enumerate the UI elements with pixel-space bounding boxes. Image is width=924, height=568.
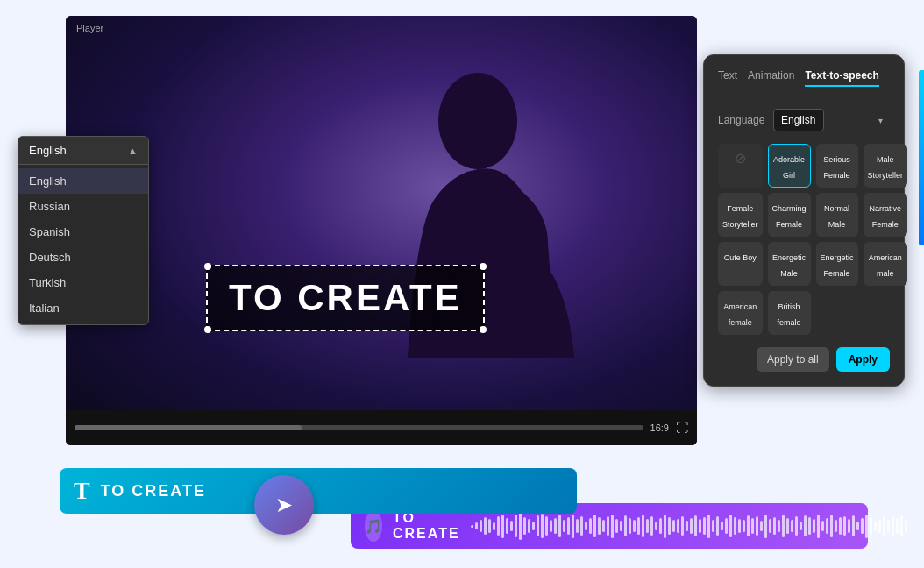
tab-text[interactable]: Text: [718, 69, 737, 87]
text-track-label: TO CREATE: [101, 482, 206, 501]
text-track-icon: T: [74, 477, 90, 505]
tab-tts[interactable]: Text-to-speech: [805, 69, 878, 87]
accent-line-right: [919, 70, 924, 245]
lang-dropdown-header[interactable]: English ▲: [18, 137, 148, 165]
apply-button[interactable]: Apply: [836, 347, 890, 372]
handle-br[interactable]: [480, 326, 487, 333]
handle-tr[interactable]: [480, 263, 487, 270]
voice-name-cute-boy: Cute Boy: [724, 253, 757, 262]
lang-item-turkish[interactable]: Turkish: [18, 270, 148, 295]
tts-tabs: Text Animation Text-to-speech: [718, 69, 890, 96]
timeline-progress: [75, 425, 302, 430]
voice-cell-energetic-female[interactable]: Energetic Female: [816, 242, 858, 286]
voice-name-adorable-girl: Adorable Girl: [773, 155, 805, 180]
text-overlay-box[interactable]: TO CREATE: [206, 265, 485, 331]
voice-name-charming-female: Charming Female: [772, 204, 807, 229]
ratio-button[interactable]: 16:9: [650, 422, 669, 433]
timeline-track[interactable]: [75, 425, 643, 430]
lang-item-italian[interactable]: Italian: [18, 295, 148, 321]
voice-name-male-storyteller: Male Storyteller: [868, 155, 904, 180]
voice-cell-adorable-girl[interactable]: Adorable Girl: [768, 144, 811, 188]
voice-name-american-male: American male: [869, 253, 902, 278]
voice-cell-empty-1: [816, 291, 858, 335]
voice-cell-cute-boy[interactable]: Cute Boy: [718, 242, 763, 286]
video-panel: Player TO CREATE 16:9 ⛶: [66, 16, 697, 445]
lang-item-russian[interactable]: Russian: [18, 194, 148, 219]
tts-panel: Text Animation Text-to-speech Language E…: [703, 54, 905, 387]
voice-cell-normal-male[interactable]: Normal Male: [816, 193, 858, 237]
lang-arrow: ▲: [128, 146, 138, 156]
lang-item-english[interactable]: English: [18, 168, 148, 194]
voice-cell-energetic-male[interactable]: Energetic Male: [768, 242, 811, 286]
voice-cell-serious-female[interactable]: Serious Female: [816, 144, 858, 188]
fullscreen-button[interactable]: ⛶: [676, 421, 688, 435]
language-dropdown[interactable]: English ▲ English Russian Spanish Deutsc…: [18, 136, 149, 325]
voice-name-serious-female: Serious Female: [823, 155, 850, 180]
voice-name-energetic-female: Energetic Female: [821, 253, 854, 278]
voice-name-american-female: American female: [723, 302, 757, 327]
voice-cell-american-female[interactable]: American female: [718, 291, 763, 335]
lang-select-row: Language English: [718, 109, 890, 131]
handle-tl[interactable]: [204, 263, 211, 270]
lang-item-spanish[interactable]: Spanish: [18, 219, 148, 245]
player-label: Player: [76, 23, 103, 33]
audio-track-label: TO CREATE: [393, 510, 460, 542]
voice-cell-no-voice[interactable]: ⊘: [718, 144, 763, 188]
tab-animation[interactable]: Animation: [748, 69, 794, 87]
voice-cell-empty-2: [864, 291, 908, 335]
lang-select-wrapper: English: [773, 109, 890, 131]
audio-track-icon: 🎵: [365, 510, 382, 542]
tts-actions: Apply to all Apply: [718, 347, 890, 372]
text-overlay-content: TO CREATE: [229, 277, 462, 318]
no-voice-icon: ⊘: [722, 150, 758, 167]
voice-grid: ⊘ Adorable Girl Serious Female Male Stor…: [718, 144, 890, 335]
apply-all-button[interactable]: Apply to all: [757, 347, 829, 372]
circle-arrow-icon: ➤: [275, 493, 293, 517]
voice-cell-narrative-female[interactable]: Narrative Female: [864, 193, 908, 237]
voice-cell-female-storyteller[interactable]: Female Storyteller: [718, 193, 763, 237]
svg-point-0: [438, 73, 517, 169]
handle-bl[interactable]: [204, 326, 211, 333]
lang-selected: English: [29, 144, 67, 157]
voice-name-normal-male: Normal Male: [824, 204, 849, 229]
voice-name-narrative-female: Narrative Female: [870, 204, 902, 229]
waveform: [471, 510, 907, 542]
lang-list: English Russian Spanish Deutsch Turkish …: [18, 165, 148, 324]
video-background: Player TO CREATE 16:9 ⛶: [66, 16, 697, 445]
circle-element[interactable]: ➤: [254, 475, 314, 535]
voice-cell-charming-female[interactable]: Charming Female: [768, 193, 811, 237]
voice-name-british-female: British female: [778, 302, 801, 327]
voice-cell-male-storyteller[interactable]: Male Storyteller: [864, 144, 908, 188]
bottom-text-track[interactable]: T TO CREATE: [60, 468, 577, 514]
voice-name-female-storyteller: Female Storyteller: [722, 204, 758, 229]
lang-select[interactable]: English: [773, 109, 824, 131]
voice-cell-american-male[interactable]: American male: [864, 242, 908, 286]
lang-select-label: Language: [718, 114, 766, 126]
voice-name-energetic-male: Energetic Male: [772, 253, 806, 278]
lang-item-deutsch[interactable]: Deutsch: [18, 245, 148, 270]
timeline-bar: 16:9 ⛶: [66, 410, 697, 445]
voice-cell-british-female[interactable]: British female: [768, 291, 811, 335]
